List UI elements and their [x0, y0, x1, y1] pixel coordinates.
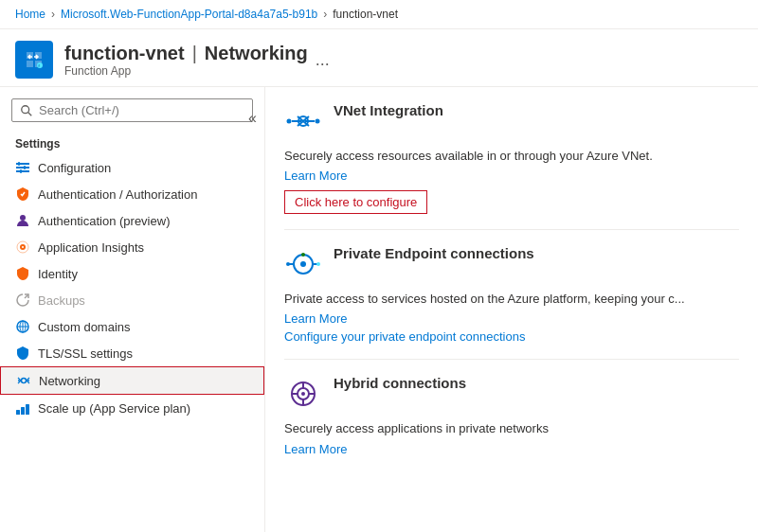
vnet-configure-link[interactable]: Click here to configure	[284, 190, 427, 214]
auth-preview-icon	[15, 213, 30, 228]
svg-point-26	[316, 119, 320, 124]
svg-point-13	[22, 246, 24, 248]
hybrid-title: Hybrid connections	[334, 375, 466, 391]
svg-rect-9	[20, 169, 22, 173]
vnet-title-area: VNet Integration	[334, 102, 443, 122]
sidebar-item-auth-auth[interactable]: Authentication / Authorization	[0, 181, 264, 207]
svg-rect-7	[18, 162, 20, 166]
private-endpoint-icon	[284, 245, 322, 283]
private-endpoint-learn-more[interactable]: Learn More	[284, 311, 347, 326]
breadcrumb-sep-1: ›	[51, 8, 55, 21]
private-endpoint-description: Private access to services hosted on the…	[284, 291, 739, 308]
hybrid-header: Hybrid connections	[284, 375, 739, 413]
vnet-icon	[284, 102, 322, 140]
auth-auth-icon	[15, 186, 30, 202]
svg-point-2	[22, 105, 29, 113]
private-endpoint-header: Private Endpoint connections	[284, 245, 739, 283]
auth-auth-label: Authentication / Authorization	[38, 187, 197, 202]
svg-rect-21	[16, 410, 20, 415]
svg-rect-5	[16, 167, 29, 168]
title-area: function-vnet | Networking Function App	[64, 43, 308, 78]
sidebar-item-networking[interactable]: Networking	[0, 366, 264, 395]
svg-point-36	[301, 392, 305, 396]
vnet-title: VNet Integration	[334, 102, 443, 118]
scale-up-icon	[15, 400, 30, 416]
svg-rect-23	[26, 404, 29, 415]
collapse-button[interactable]: «	[248, 110, 257, 127]
svg-line-3	[28, 112, 32, 115]
private-endpoint-title-area: Private Endpoint connections	[334, 245, 534, 265]
configuration-label: Configuration	[38, 161, 111, 175]
tls-ssl-label: TLS/SSL settings	[38, 346, 133, 361]
app-icon: f	[15, 41, 53, 79]
configuration-icon	[15, 160, 30, 175]
svg-point-31	[286, 262, 290, 266]
settings-section-label: Settings	[0, 130, 264, 154]
sidebar-item-scale-up[interactable]: Scale up (App Service plan)	[0, 395, 264, 421]
svg-rect-8	[24, 166, 26, 169]
svg-point-32	[316, 262, 320, 266]
private-endpoint-title: Private Endpoint connections	[334, 245, 534, 261]
private-endpoint-configure[interactable]: Configure your private endpoint connecti…	[284, 329, 525, 344]
search-icon	[20, 104, 33, 117]
page-subtitle: Function App	[64, 64, 308, 78]
sidebar-item-tls-ssl[interactable]: TLS/SSL settings	[0, 340, 264, 366]
vnet-learn-more[interactable]: Learn More	[284, 168, 347, 183]
hybrid-title-area: Hybrid connections	[334, 375, 466, 395]
page-header: f function-vnet | Networking Function Ap…	[0, 29, 758, 87]
breadcrumb-subscription[interactable]: Microsoft.Web-FunctionApp-Portal-d8a4a7a…	[61, 8, 317, 21]
page-title: function-vnet | Networking	[64, 43, 308, 64]
breadcrumb-current: function-vnet	[333, 8, 398, 21]
identity-icon	[15, 266, 30, 281]
private-endpoint-section: Private Endpoint connections Private acc…	[284, 245, 739, 360]
sidebar-item-configuration[interactable]: Configuration	[0, 154, 264, 181]
hybrid-section: Hybrid connections Securely access appli…	[284, 375, 739, 470]
sidebar-item-identity[interactable]: Identity	[0, 260, 264, 287]
main-layout: « Settings Configuration	[0, 87, 758, 532]
sidebar-item-app-insights[interactable]: Application Insights	[0, 234, 264, 260]
hybrid-learn-more[interactable]: Learn More	[284, 442, 347, 456]
app-insights-label: Application Insights	[38, 240, 144, 255]
networking-icon	[16, 373, 31, 388]
breadcrumb-sep-2: ›	[323, 8, 327, 21]
svg-point-25	[287, 119, 292, 124]
vnet-section: VNet Integration Securely access resourc…	[284, 102, 739, 230]
hybrid-description: Securely access applications in private …	[284, 420, 739, 437]
sidebar: « Settings Configuration	[0, 87, 265, 532]
sidebar-item-custom-domains[interactable]: Custom domains	[0, 313, 264, 340]
svg-rect-6	[16, 170, 29, 172]
backups-icon	[15, 293, 30, 308]
vnet-description: Securely access resources available in o…	[284, 148, 739, 165]
main-content: VNet Integration Securely access resourc…	[265, 87, 758, 532]
svg-point-10	[20, 215, 26, 221]
custom-domains-label: Custom domains	[38, 320, 131, 334]
svg-point-28	[300, 261, 306, 267]
tls-ssl-icon	[15, 346, 30, 361]
search-input[interactable]	[39, 103, 244, 117]
sidebar-item-auth-preview[interactable]: Authentication (preview)	[0, 207, 264, 234]
custom-domains-icon	[15, 319, 30, 334]
title-separator: |	[192, 43, 197, 64]
app-insights-icon	[15, 239, 30, 255]
function-app-icon-svg: f	[23, 48, 45, 71]
search-box[interactable]	[11, 98, 253, 122]
breadcrumb-home[interactable]: Home	[15, 8, 45, 21]
hybrid-icon	[284, 375, 322, 413]
svg-point-33	[301, 253, 305, 257]
breadcrumb: Home › Microsoft.Web-FunctionApp-Portal-…	[0, 0, 758, 29]
scale-up-label: Scale up (App Service plan)	[38, 401, 190, 416]
identity-label: Identity	[38, 267, 78, 281]
auth-preview-label: Authentication (preview)	[38, 214, 170, 228]
sidebar-item-backups: Backups	[0, 287, 264, 313]
header-ellipsis[interactable]: ...	[316, 50, 330, 70]
svg-rect-22	[21, 407, 25, 415]
networking-label: Networking	[39, 374, 100, 388]
svg-point-18	[22, 379, 27, 383]
backups-label: Backups	[38, 293, 85, 308]
vnet-header: VNet Integration	[284, 102, 739, 140]
